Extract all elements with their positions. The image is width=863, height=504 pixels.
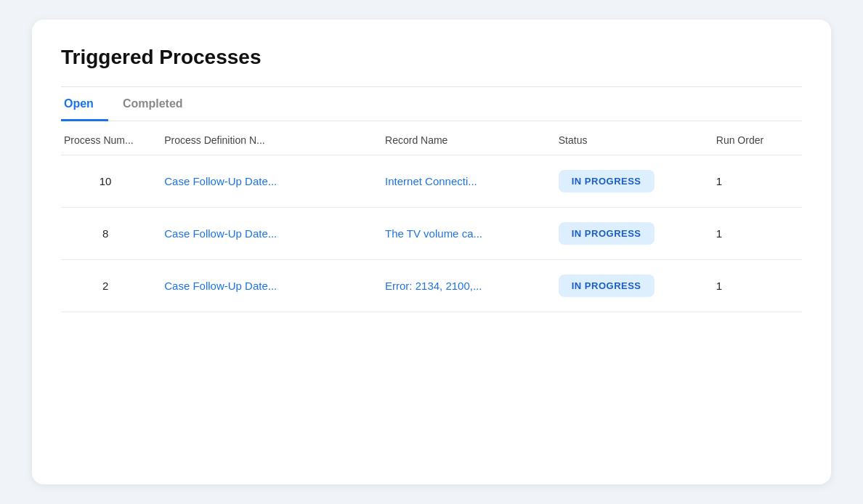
- col-header-record-name: Record Name: [376, 121, 550, 155]
- table-row: 10Case Follow-Up Date...Internet Connect…: [61, 155, 802, 208]
- status-badge: IN PROGRESS: [559, 275, 655, 297]
- col-header-status: Status: [550, 121, 708, 155]
- processes-table: Process Num... Process Definition N... R…: [61, 121, 802, 312]
- col-header-process-num: Process Num...: [61, 121, 155, 155]
- cell-status: IN PROGRESS: [550, 208, 708, 260]
- table-container: Process Num... Process Definition N... R…: [61, 121, 802, 312]
- status-badge: IN PROGRESS: [559, 222, 655, 245]
- cell-process-def[interactable]: Case Follow-Up Date...: [155, 155, 376, 208]
- cell-run-order: 1: [708, 155, 802, 208]
- col-header-run-order: Run Order: [708, 121, 802, 155]
- cell-process-def[interactable]: Case Follow-Up Date...: [155, 260, 376, 312]
- cell-status: IN PROGRESS: [550, 155, 708, 208]
- tab-open[interactable]: Open: [61, 87, 108, 121]
- cell-run-order: 1: [708, 260, 802, 312]
- cell-process-num: 8: [61, 208, 155, 260]
- cell-record-name[interactable]: Internet Connecti...: [376, 155, 550, 208]
- cell-run-order: 1: [708, 208, 802, 260]
- triggered-processes-card: Triggered Processes Open Completed Proce…: [32, 20, 831, 484]
- col-header-process-def: Process Definition N...: [155, 121, 376, 155]
- status-badge: IN PROGRESS: [559, 170, 655, 192]
- tabs-container: Open Completed: [61, 87, 802, 121]
- table-header-row: Process Num... Process Definition N... R…: [61, 121, 802, 155]
- cell-process-num: 10: [61, 155, 155, 208]
- cell-record-name[interactable]: The TV volume ca...: [376, 208, 550, 260]
- cell-status: IN PROGRESS: [550, 260, 708, 312]
- cell-record-name[interactable]: Error: 2134, 2100,...: [376, 260, 550, 312]
- table-row: 2Case Follow-Up Date...Error: 2134, 2100…: [61, 260, 802, 312]
- cell-process-def[interactable]: Case Follow-Up Date...: [155, 208, 376, 260]
- page-title: Triggered Processes: [61, 46, 802, 69]
- cell-process-num: 2: [61, 260, 155, 312]
- table-row: 8Case Follow-Up Date...The TV volume ca.…: [61, 208, 802, 260]
- tab-completed[interactable]: Completed: [120, 87, 198, 121]
